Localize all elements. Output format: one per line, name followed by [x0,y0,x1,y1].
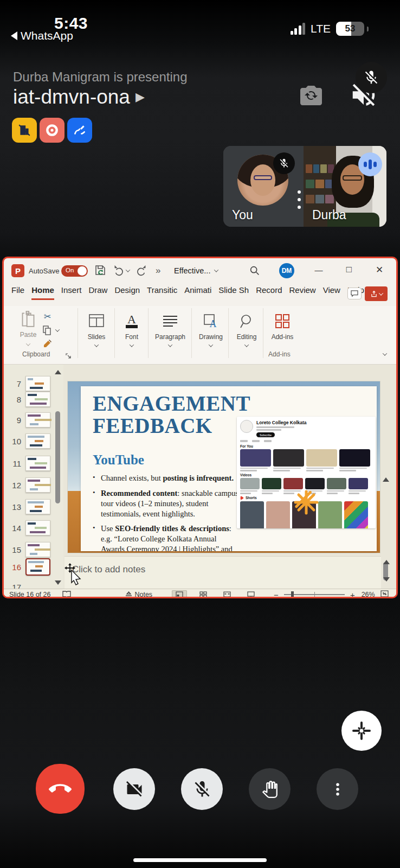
menu-tab-file[interactable]: File [11,285,24,298]
close-button[interactable]: ✕ [370,263,389,277]
redo-button[interactable] [135,265,147,279]
exit-fullscreen-button[interactable] [341,711,382,751]
minimize-button[interactable]: — [309,263,328,277]
cut-icon[interactable]: ✂ [44,311,51,322]
slide-thumbnail-image [25,558,50,576]
meeting-code-label: iat-dmvn-ona [13,86,130,108]
slide-number: 16 [8,563,21,572]
menu-tab-draw[interactable]: Draw [88,285,107,298]
mic-off-button[interactable] [181,768,223,810]
menu-tab-slide-sh[interactable]: Slide Sh [218,285,249,298]
video-thumbnail [240,501,264,529]
user-avatar[interactable]: DM [279,263,294,278]
undo-button[interactable] [113,265,125,279]
reading-view-button[interactable] [220,590,235,599]
slide-content-card[interactable]: ENGAGEMENT FEEDBACK YouTube Channel exis… [81,386,377,551]
slide-scroll-up-arrow[interactable] [383,477,389,482]
copy-icon[interactable] [43,326,51,337]
slide-thumbnail-10[interactable]: 10 [8,433,50,449]
menu-tab-transitic[interactable]: Transitic [147,285,177,298]
comments-button[interactable] [347,288,362,299]
camera-off-button[interactable] [113,768,155,810]
more-options-button[interactable] [317,768,358,810]
peer-video-tile[interactable]: Durba [304,146,386,227]
slide-thumbnail-12[interactable]: 12 [8,477,50,493]
end-call-button[interactable] [36,764,85,814]
slide-thumbnail-16[interactable]: 16 [8,558,50,576]
menu-tab-record[interactable]: Record [256,285,282,298]
recording-badge[interactable] [40,118,64,143]
proofing-book-icon[interactable] [62,590,71,599]
slide-thumbnail-13[interactable]: 13 [8,499,50,514]
tile-options-menu[interactable] [298,190,301,209]
slide-thumbnail-7[interactable]: 7 [8,376,50,391]
notes-placeholder: Click to add notes [72,564,145,575]
menu-tab-home[interactable]: Home [31,285,54,300]
back-app-label: WhatsApp [21,29,73,42]
editing-icon [239,309,254,333]
thumb-scroll-up-arrow[interactable] [55,370,61,374]
slideshow-view-button[interactable] [243,590,259,599]
menu-tab-review[interactable]: Review [289,285,315,298]
save-icon[interactable] [94,264,107,279]
zoom-out-button[interactable]: − [274,590,279,599]
back-to-app-link[interactable]: WhatsApp [11,29,73,42]
copy-dropdown-chevron[interactable] [55,327,60,331]
format-painter-icon[interactable] [43,340,52,351]
channel-name: Loreto College Kolkata [256,420,307,425]
switch-camera-button[interactable] [298,82,324,108]
presenting-status: Durba Manigram is presenting [13,69,187,85]
notes-toggle-button[interactable]: Notes [125,591,152,598]
thumb-scrollbar-thumb[interactable] [55,411,60,503]
clipboard-dialog-launcher[interactable] [66,352,72,361]
slide-thumbnail-15[interactable]: 15 [8,542,50,557]
slide-bullet: Use SEO-friendly titles & descriptions: … [92,524,241,551]
paste-button[interactable]: Paste [15,310,42,348]
autosave-toggle[interactable]: On [61,265,88,277]
undo-dropdown-chevron[interactable] [126,267,130,272]
share-button[interactable] [365,286,388,301]
home-indicator[interactable] [133,858,267,862]
thumbnail-panel-scrollbar[interactable] [54,365,62,589]
font-group-button[interactable]: A Font [117,309,147,361]
slide-thumbnail-9[interactable]: 9 [8,412,50,427]
fit-slide-to-window-button[interactable] [380,590,389,598]
menu-tab-animati[interactable]: Animati [184,285,211,298]
normal-view-button[interactable] [172,590,187,599]
meeting-code[interactable]: iat-dmvn-ona ▶ [13,86,145,108]
companion-mode-off-badge[interactable] [12,118,37,143]
zoom-percent[interactable]: 26% [362,591,375,598]
zoom-slider-handle[interactable] [291,591,294,598]
slide-thumbnail-image [25,456,50,471]
notes-scroll-up-arrow[interactable] [383,560,390,564]
maximize-button[interactable]: □ [340,263,358,277]
editing-group-button[interactable]: Editing [230,309,263,361]
raise-hand-button[interactable] [249,768,291,810]
thumb-scroll-down-arrow[interactable] [55,580,61,585]
slides-group-button[interactable]: Slides [80,309,113,361]
slide-sorter-view-button[interactable] [196,590,211,599]
slide-thumbnail-14[interactable]: 14 [8,520,50,535]
menu-tab-insert[interactable]: Insert [61,285,82,298]
collapse-ribbon-chevron[interactable] [383,351,387,355]
document-title[interactable]: Effective... [174,266,218,275]
notes-pane[interactable]: Click to add notes [64,556,381,589]
annotate-badge[interactable] [67,118,92,143]
zoom-in-button[interactable]: + [350,590,355,599]
zoom-slider[interactable] [284,594,345,595]
menu-tab-view[interactable]: View [323,285,340,298]
drawing-group-button[interactable]: A Drawing [193,309,228,361]
more-commands-chevrons[interactable]: » [156,265,160,276]
font-icon: A [124,309,139,333]
paragraph-group-button[interactable]: Paragraph [150,309,190,361]
slide-thumbnail-11[interactable]: 11 [8,456,50,471]
slide-number: 8 [8,395,21,404]
menu-tab-design[interactable]: Design [114,285,140,298]
notes-scroll-down-arrow[interactable] [383,577,390,582]
slide-thumbnail-8[interactable]: 8 [8,392,50,407]
self-video-tile[interactable]: You [223,146,304,227]
paste-dropdown-chevron [26,341,30,346]
search-icon[interactable] [249,265,261,279]
slide-number-partial: 17 [8,583,21,589]
slide-thumbnail-image [25,499,50,514]
